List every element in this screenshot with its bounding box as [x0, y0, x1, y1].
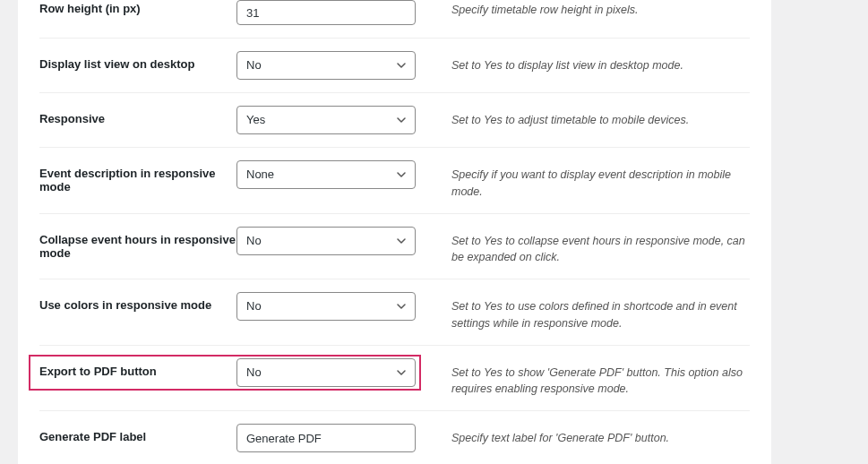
setting-control: No — [236, 292, 416, 321]
setting-label: Use colors in responsive mode — [39, 292, 236, 312]
export-pdf-select[interactable]: No — [236, 358, 416, 387]
setting-desc: Set to Yes to show 'Generate PDF' button… — [416, 358, 750, 399]
setting-label: Row height (in px) — [39, 0, 236, 15]
setting-row-responsive: Responsive Yes Set to Yes to adjust time… — [39, 93, 750, 148]
setting-row-use-colors-responsive: Use colors in responsive mode No Set to … — [39, 279, 750, 346]
settings-panel: Row height (in px) Specify timetable row… — [18, 0, 771, 464]
setting-control: No — [236, 358, 416, 387]
setting-row-event-desc-responsive: Event description in responsive mode Non… — [39, 148, 750, 214]
setting-row-generate-pdf-label: Generate PDF label Specify text label fo… — [39, 411, 750, 464]
setting-label: Collapse event hours in responsive mode — [39, 227, 236, 260]
responsive-select[interactable]: Yes — [236, 106, 416, 134]
setting-label: Generate PDF label — [39, 424, 236, 443]
setting-label: Event description in responsive mode — [39, 160, 236, 193]
export-pdf-highlight: Export to PDF button No — [39, 358, 416, 387]
setting-desc: Set to Yes to adjust timetable to mobile… — [416, 106, 750, 129]
setting-control — [236, 424, 416, 452]
setting-label: Export to PDF button — [39, 358, 236, 387]
use-colors-responsive-select[interactable]: No — [236, 292, 416, 321]
setting-desc: Set to Yes to display list view in deskt… — [416, 51, 750, 74]
display-list-desktop-select[interactable]: No — [236, 51, 416, 80]
setting-control — [236, 0, 416, 25]
setting-control: Yes — [236, 106, 416, 134]
event-desc-responsive-select[interactable]: None — [236, 160, 416, 189]
generate-pdf-label-input[interactable] — [236, 424, 416, 452]
setting-desc: Specify if you want to display event des… — [416, 160, 750, 201]
row-height-input[interactable] — [236, 0, 416, 25]
setting-desc: Set to Yes to use colors defined in shor… — [416, 292, 750, 332]
setting-desc: Specify text label for 'Generate PDF' bu… — [416, 424, 750, 447]
collapse-event-hours-select[interactable]: No — [236, 227, 416, 255]
setting-desc: Specify timetable row height in pixels. — [416, 0, 750, 19]
setting-control: No — [236, 51, 416, 80]
setting-desc: Set to Yes to collapse event hours in re… — [416, 227, 750, 267]
setting-label: Display list view on desktop — [39, 51, 236, 71]
setting-row-display-list-desktop: Display list view on desktop No Set to Y… — [39, 39, 750, 93]
setting-control: None — [236, 160, 416, 189]
setting-control: No — [236, 227, 416, 255]
setting-row-collapse-event-hours: Collapse event hours in responsive mode … — [39, 214, 750, 280]
setting-row-export-pdf: Export to PDF button No Set to Yes to sh… — [39, 346, 750, 412]
setting-label: Responsive — [39, 106, 236, 125]
setting-row-row-height: Row height (in px) Specify timetable row… — [39, 0, 750, 39]
